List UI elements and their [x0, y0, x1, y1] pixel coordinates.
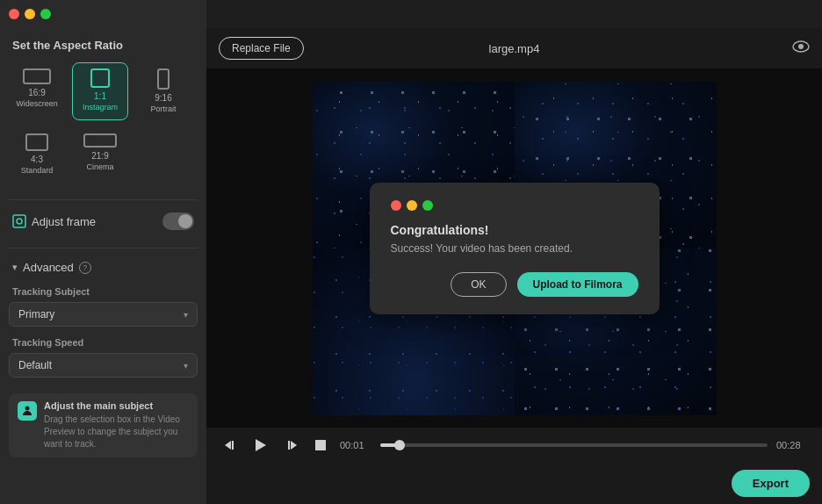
info-text-block: Adjust the main subject Drag the selecti… — [44, 400, 189, 450]
video-area: Congratulations! Success! Your video has… — [206, 68, 822, 428]
aspect-ratio-label-9-16: 9:16Portrait — [150, 93, 176, 114]
svg-rect-10 — [315, 440, 326, 450]
svg-marker-5 — [225, 441, 231, 450]
progress-thumb — [394, 440, 405, 450]
modal-message: Success! Your video has been created. — [391, 242, 638, 255]
eye-button[interactable] — [792, 40, 810, 56]
tracking-subject-value: Primary — [18, 308, 54, 320]
svg-rect-6 — [232, 441, 234, 450]
top-bar: Replace File large.mp4 — [206, 28, 822, 68]
modal-tl-green — [422, 200, 433, 211]
replace-file-button[interactable]: Replace File — [219, 37, 304, 60]
svg-marker-7 — [256, 439, 266, 451]
rewind-button[interactable] — [220, 435, 242, 456]
advanced-chevron: ▾ — [12, 262, 18, 273]
time-total: 00:28 — [776, 440, 808, 450]
forward-button[interactable] — [280, 435, 301, 456]
adjust-frame-row: Adjust frame — [9, 209, 198, 234]
advanced-help-icon[interactable]: ? — [79, 262, 91, 274]
traffic-light-yellow[interactable] — [25, 9, 35, 19]
tracking-speed-arrow: ▾ — [184, 361, 188, 371]
modal-ok-button[interactable]: OK — [451, 272, 506, 297]
aspect-ratio-icon-16-9 — [23, 68, 51, 84]
modal-upload-button[interactable]: Upload to Filmora — [517, 272, 638, 297]
aspect-ratio-icon-4-3 — [25, 133, 48, 151]
svg-marker-8 — [291, 441, 297, 450]
progress-bar[interactable] — [380, 443, 768, 447]
modal-title: Congratulations! — [391, 223, 638, 237]
eye-icon — [792, 40, 810, 53]
aspect-ratio-grid: 16:9Widescreen 1:1Instagram 9:16Portrait… — [9, 62, 198, 182]
success-modal: Congratulations! Success! Your video has… — [370, 183, 660, 314]
main-area: Replace File large.mp4 Congra — [206, 28, 822, 504]
modal-tl-yellow[interactable] — [407, 200, 417, 211]
controls-bar: 00:01 00:28 — [206, 428, 822, 463]
modal-tl-red[interactable] — [391, 200, 401, 211]
tracking-speed-dropdown[interactable]: Default ▾ — [9, 353, 198, 378]
play-button[interactable] — [250, 435, 271, 456]
tracking-speed-label: Tracking Speed — [9, 335, 198, 349]
svg-point-2 — [25, 407, 30, 411]
aspect-ratio-icon-21-9 — [83, 133, 117, 148]
adjust-frame-text: Adjust frame — [32, 215, 96, 228]
adjust-frame-toggle[interactable] — [162, 212, 194, 230]
svg-point-1 — [17, 219, 22, 224]
rewind-icon — [225, 439, 237, 451]
aspect-ratio-sublabel-16-9: Widescreen — [16, 99, 58, 108]
aspect-ratio-item-9-16[interactable]: 9:16Portrait — [135, 62, 191, 120]
sidebar: Set the Aspect Ratio 16:9Widescreen 1:1I… — [0, 28, 206, 504]
info-icon-wrap — [18, 401, 37, 421]
aspect-ratio-icon-1-1 — [90, 68, 110, 88]
info-desc: Drag the selection box in the Video Prev… — [44, 414, 189, 450]
stop-button[interactable] — [310, 435, 331, 456]
aspect-ratio-sublabel-1-1: Instagram — [83, 103, 118, 112]
bottom-bar: Export — [206, 463, 822, 504]
info-title: Adjust the main subject — [44, 400, 189, 411]
aspect-ratio-label-16-9: 16:9Widescreen — [16, 88, 58, 109]
modal-buttons: OK Upload to Filmora — [391, 272, 638, 297]
aspect-ratio-item-21-9[interactable]: 21:9Cinema — [72, 127, 128, 182]
modal-traffic-lights — [391, 200, 638, 211]
aspect-ratio-icon-9-16 — [157, 68, 169, 90]
traffic-light-green[interactable] — [40, 9, 51, 19]
advanced-label: Advanced — [23, 261, 74, 274]
adjust-frame-icon — [12, 214, 26, 228]
time-current: 00:01 — [340, 440, 371, 450]
forward-icon — [285, 439, 297, 451]
svg-point-4 — [798, 44, 804, 49]
advanced-section-header[interactable]: ▾ Advanced ? — [9, 257, 198, 277]
traffic-light-red[interactable] — [9, 9, 19, 19]
aspect-ratio-sublabel-21-9: Cinema — [86, 162, 113, 171]
info-person-icon — [21, 405, 33, 417]
aspect-ratio-label-1-1: 1:1Instagram — [83, 91, 118, 112]
divider-2 — [9, 248, 198, 248]
aspect-ratio-item-4-3[interactable]: 4:3Standard — [9, 127, 65, 182]
info-box: Adjust the main subject Drag the selecti… — [9, 393, 198, 457]
tracking-subject-label: Tracking Subject — [9, 284, 198, 299]
aspect-ratio-item-1-1[interactable]: 1:1Instagram — [72, 62, 128, 120]
file-name: large.mp4 — [489, 42, 540, 55]
aspect-ratio-label-4-3: 4:3Standard — [21, 155, 54, 176]
toggle-knob — [178, 214, 192, 228]
play-icon — [256, 439, 266, 451]
divider-1 — [9, 199, 198, 200]
aspect-ratio-sublabel-9-16: Portrait — [150, 104, 176, 113]
stop-icon — [315, 440, 326, 450]
aspect-ratio-item-16-9[interactable]: 16:9Widescreen — [9, 62, 65, 120]
tracking-subject-arrow: ▾ — [184, 310, 188, 320]
sidebar-title: Set the Aspect Ratio — [9, 39, 198, 52]
modal-overlay: Congratulations! Success! Your video has… — [206, 68, 822, 428]
adjust-frame-label: Adjust frame — [12, 214, 96, 228]
svg-rect-9 — [288, 441, 290, 450]
aspect-ratio-sublabel-4-3: Standard — [21, 166, 54, 175]
svg-rect-0 — [13, 215, 25, 227]
export-button[interactable]: Export — [732, 470, 810, 497]
tracking-speed-value: Default — [18, 359, 52, 371]
tracking-subject-dropdown[interactable]: Primary ▾ — [9, 302, 198, 327]
aspect-ratio-label-21-9: 21:9Cinema — [86, 151, 113, 172]
